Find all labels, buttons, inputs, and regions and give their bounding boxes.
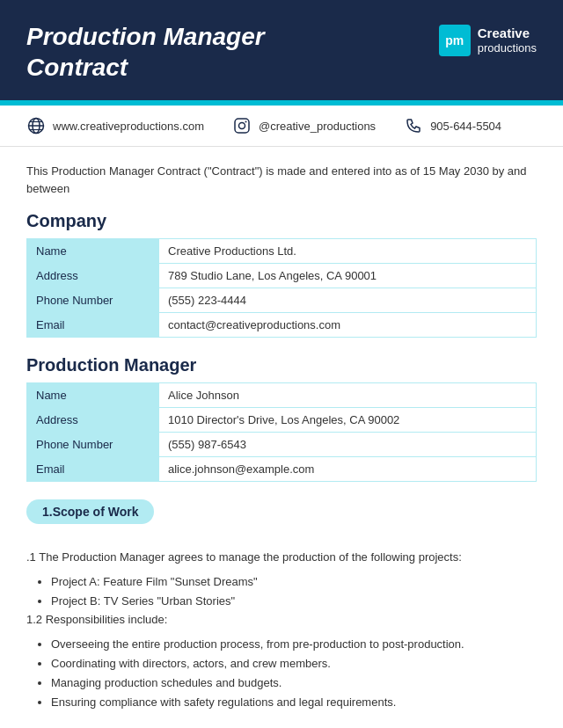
logo-icon: pm (439, 25, 471, 56)
label-cell: Name (27, 239, 159, 264)
value-cell: alice.johnson@example.com (159, 457, 537, 482)
website-contact: www.creativeproductions.com (26, 116, 204, 135)
scope-badge: 1.Scope of Work (26, 499, 154, 524)
list-item: Ensuring compliance with safety regulati… (51, 693, 537, 712)
value-cell: (555) 987-6543 (159, 433, 537, 457)
list-item: Overseeing the entire production process… (51, 635, 537, 654)
value-cell: (555) 223-4444 (159, 288, 537, 313)
value-cell: Alice Johnson (159, 383, 537, 408)
table-row: Phone Number(555) 223-4444 (27, 288, 537, 313)
list-item: Managing production schedules and budget… (51, 673, 537, 693)
production-manager-table: NameAlice JohnsonAddress1010 Director's … (26, 382, 537, 482)
scope-line1: .1 The Production Manager agrees to mana… (26, 549, 537, 567)
svg-point-6 (238, 123, 245, 129)
phone-icon (404, 116, 423, 135)
value-cell: Creative Productions Ltd. (159, 239, 537, 264)
table-row: Address789 Studio Lane, Los Angeles, CA … (27, 264, 537, 288)
value-cell: 1010 Director's Drive, Los Angeles, CA 9… (159, 408, 537, 433)
table-row: Emailcontact@creativeproductions.com (27, 313, 537, 338)
value-cell: contact@creativeproductions.com (159, 313, 537, 338)
phone-contact: 905-644-5504 (404, 116, 501, 135)
page-title: Production Manager Contract (26, 21, 343, 83)
company-section-title: Company (26, 211, 537, 231)
intro-text: This Production Manager Contract ("Contr… (26, 163, 537, 197)
logo-text: Creative productions (478, 25, 537, 55)
label-cell: Name (27, 383, 159, 408)
social-contact: @creative_productions (232, 116, 376, 135)
list-item: Project A: Feature Film "Sunset Dreams" (51, 572, 537, 592)
table-row: Address1010 Director's Drive, Los Angele… (27, 408, 537, 433)
header: Production Manager Contract pm Creative … (0, 0, 563, 100)
table-row: NameCreative Productions Ltd. (27, 239, 537, 264)
responsibilities-list: Overseeing the entire production process… (51, 635, 537, 712)
globe-icon (26, 116, 46, 135)
label-cell: Phone Number (27, 288, 159, 313)
label-cell: Email (27, 313, 159, 338)
label-cell: Address (27, 264, 159, 288)
table-row: Emailalice.johnson@example.com (27, 457, 537, 482)
label-cell: Address (27, 408, 159, 433)
logo-area: pm Creative productions (439, 25, 537, 56)
svg-point-7 (245, 121, 246, 123)
list-item: Coordinating with directors, actors, and… (51, 654, 537, 673)
table-row: NameAlice Johnson (27, 383, 537, 408)
page: Production Manager Contract pm Creative … (0, 0, 563, 728)
label-cell: Email (27, 457, 159, 482)
list-item: Project B: TV Series "Urban Stories" (51, 592, 537, 611)
scope-line2: 1.2 Responsibilities include: (26, 611, 537, 630)
instagram-icon (232, 116, 252, 135)
content: This Production Manager Contract ("Contr… (0, 147, 563, 728)
company-table: NameCreative Productions Ltd.Address789 … (26, 238, 537, 338)
contact-bar: www.creativeproductions.com @creative_pr… (0, 106, 563, 147)
svg-rect-5 (235, 119, 249, 133)
label-cell: Phone Number (27, 433, 159, 457)
value-cell: 789 Studio Lane, Los Angeles, CA 90001 (159, 264, 537, 288)
projects-list: Project A: Feature Film "Sunset Dreams"P… (51, 572, 537, 611)
production-manager-section-title: Production Manager (26, 355, 537, 375)
table-row: Phone Number(555) 987-6543 (27, 433, 537, 457)
